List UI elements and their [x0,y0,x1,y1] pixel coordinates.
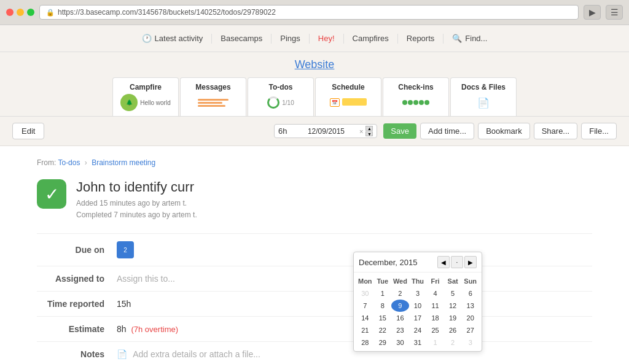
schedule-preview: 📅 [330,98,367,107]
cal-day[interactable]: 29 [374,336,392,349]
cal-day[interactable]: 7 [356,300,374,312]
cal-day[interactable]: 3 [461,336,479,349]
day-sat: Sat [444,275,462,287]
save-button[interactable]: Save [383,123,416,139]
due-date-icon[interactable]: 2 [117,241,134,258]
cal-day[interactable]: 11 [426,300,444,312]
file-button[interactable]: File... [581,123,617,139]
cal-day[interactable]: 30 [356,287,374,300]
browser-chrome: 🔒 https://3.basecamp.com/3145678/buckets… [0,0,629,25]
time-reported-label: Time reported [37,299,117,309]
cal-day[interactable]: 17 [409,312,427,324]
tool-todos[interactable]: To-dos 1/10 [248,77,314,116]
menu-button[interactable]: ☰ [606,5,623,20]
breadcrumb-label: From: [37,158,58,167]
calendar-dropdown: December, 2015 ◀ · ▶ Mon Tue Wed Thu Fri… [353,252,482,352]
time-reported-row: Time reported 15h [37,291,592,316]
cal-day[interactable]: 24 [409,324,427,336]
cal-day[interactable]: 1 [374,287,392,300]
traffic-lights [6,9,34,16]
notes-value: 📄 Add extra details or attach a file... [117,349,260,359]
date-input[interactable] [308,127,357,136]
due-day: 2 [123,247,127,254]
date-down-btn[interactable]: ▼ [365,131,373,136]
nav-basecamps[interactable]: Basecamps [212,30,271,47]
tool-docs[interactable]: Docs & Files 📄 [450,77,517,116]
cal-day[interactable]: 21 [356,324,374,336]
cal-day[interactable]: 27 [461,324,479,336]
bookmark-button[interactable]: Bookmark [478,123,530,139]
cal-center-btn[interactable]: · [451,256,463,268]
assigned-to-value[interactable]: Assign this to... [117,274,175,284]
cal-day[interactable]: 15 [374,312,392,324]
estimate-label: Estimate [37,324,117,334]
hours-input[interactable] [278,126,303,136]
cal-day[interactable]: 31 [409,336,427,349]
minimize-button[interactable] [17,9,24,16]
clock-icon: 🕐 [142,34,152,43]
cal-day-selected[interactable]: 9 [391,300,409,312]
todo-details: Due on 2 Assigned to Assign this to... T… [37,233,592,364]
breadcrumb-todos-link[interactable]: To-dos [58,158,80,167]
cal-day[interactable]: 2 [391,287,409,300]
calendar-days-header: Mon Tue Wed Thu Fri Sat Sun [356,275,479,287]
day-fri: Fri [426,275,444,287]
nav-hey[interactable]: Hey! [310,30,343,47]
nav-latest-activity[interactable]: 🕐 Latest activity [133,30,212,47]
date-spinners: ▲ ▼ [365,126,373,136]
breadcrumb: From: To-dos › Brainstorm meeting [37,158,592,167]
cal-day[interactable]: 30 [391,336,409,349]
tool-checkins[interactable]: Check-ins [383,77,449,116]
nav-find[interactable]: 🔍 Find... [443,30,496,47]
cal-day[interactable]: 12 [444,300,462,312]
cal-next-btn[interactable]: ▶ [464,256,477,268]
close-button[interactable] [6,9,14,16]
cal-day[interactable]: 19 [444,312,462,324]
cal-day[interactable]: 2 [444,336,462,349]
todo-meta-completed: Completed 7 minutes ago by artem t. [76,209,592,221]
edit-button[interactable]: Edit [12,123,44,139]
cal-prev-btn[interactable]: ◀ [437,256,450,268]
cal-day[interactable]: 20 [461,312,479,324]
cal-day[interactable]: 10 [409,300,427,312]
cal-day[interactable]: 28 [356,336,374,349]
calendar-month-year[interactable]: December, 2015 [359,258,417,267]
nav-campfires[interactable]: Campfires [344,30,397,47]
date-clear-icon[interactable]: × [359,128,363,135]
cal-day[interactable]: 6 [461,287,479,300]
cal-day[interactable]: 25 [426,324,444,336]
calendar-week-5: 28 29 30 31 1 2 3 [356,336,479,349]
cal-day[interactable]: 4 [426,287,444,300]
date-up-btn[interactable]: ▲ [365,126,373,131]
nav-pings[interactable]: Pings [272,30,309,47]
notes-icon: 📄 [117,349,127,359]
breadcrumb-meeting-link[interactable]: Brainstorm meeting [92,158,155,167]
day-wed: Wed [391,275,409,287]
cal-day[interactable]: 23 [391,324,409,336]
cal-day[interactable]: 16 [391,312,409,324]
share-button[interactable]: Share... [534,123,578,139]
cal-day[interactable]: 1 [426,336,444,349]
nav-reports[interactable]: Reports [398,30,443,47]
cal-day[interactable]: 3 [409,287,427,300]
cal-day[interactable]: 22 [374,324,392,336]
cal-day[interactable]: 18 [426,312,444,324]
cal-day[interactable]: 5 [444,287,462,300]
todo-title: John to identify curr [76,179,592,195]
time-entry-area: × ▲ ▼ [274,124,377,138]
cal-day[interactable]: 26 [444,324,462,336]
tool-campfire[interactable]: Campfire 🌲 Hello world [112,77,179,116]
todo-checkbox[interactable]: ✓ [37,179,66,209]
project-header: Website Campfire 🌲 Hello world Messages [0,52,629,117]
add-time-button[interactable]: Add time... [420,123,474,139]
tool-messages[interactable]: Messages [180,77,246,116]
play-button[interactable]: ▶ [584,5,601,20]
url-bar[interactable]: 🔒 https://3.basecamp.com/3145678/buckets… [39,5,579,20]
cal-day[interactable]: 13 [461,300,479,312]
tool-schedule[interactable]: Schedule 📅 [315,77,381,116]
project-title[interactable]: Website [0,58,629,71]
cal-day[interactable]: 8 [374,300,392,312]
maximize-button[interactable] [27,9,34,16]
cal-day[interactable]: 14 [356,312,374,324]
calendar-header: December, 2015 ◀ · ▶ [354,252,482,273]
